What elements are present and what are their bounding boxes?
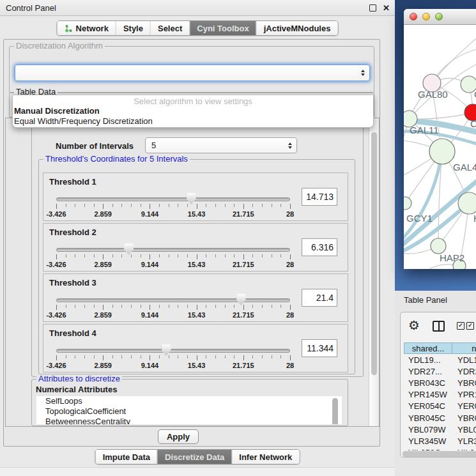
threshold-3-label: Threshold 3 bbox=[49, 278, 96, 288]
dropdown-option-manual[interactable]: Manual Discretization bbox=[14, 106, 100, 116]
cyni-toolbox-panel: Discretization Algorithm Table Data galF… bbox=[3, 39, 380, 447]
attributes-group: Attributes to discretize Numerical Attri… bbox=[31, 379, 348, 426]
tab-infer-network[interactable]: Infer Network bbox=[231, 450, 299, 464]
control-panel: Control Panel ✕ Network Style Select Cyn… bbox=[0, 0, 395, 476]
slider-track[interactable] bbox=[56, 197, 290, 201]
tab-network-label: Network bbox=[76, 24, 109, 33]
attributes-group-title: Attributes to discretize bbox=[36, 374, 122, 383]
tab-cyni-toolbox[interactable]: Cyni Toolbox bbox=[189, 21, 256, 35]
threshold-3-panel: Threshold 3 -3.426 2.859 9.144 15.43 21.… bbox=[43, 273, 348, 322]
threshold-2-value[interactable]: 6.316 bbox=[302, 238, 337, 256]
network-icon bbox=[65, 24, 73, 33]
table-row[interactable]: YBR045CYBR0 bbox=[404, 412, 476, 424]
node-gal4[interactable] bbox=[429, 139, 455, 164]
threshold-3-value[interactable]: 21.4 bbox=[302, 289, 337, 307]
slider-ticks bbox=[56, 305, 290, 308]
node-label-gal4: GAL4 bbox=[453, 162, 476, 173]
list-scrollbar[interactable] bbox=[332, 398, 338, 424]
threshold-1-panel: Threshold 1 -3.426 2.859 9.144 15.43 21.… bbox=[43, 173, 348, 221]
discretization-algorithm-group: Discretization Algorithm bbox=[9, 46, 374, 93]
table-card: ⚙ ✓ ✓ shared... na YDL19...YDL1 YDR27...… bbox=[400, 312, 476, 457]
table-body: YDL19...YDL1 YDR27...YDR2 YBR043CYBR0 YP… bbox=[404, 354, 476, 450]
horizontal-scrollbar[interactable] bbox=[402, 451, 476, 457]
numerical-attributes-list: SelfLoops TopologicalCoefficient Between… bbox=[36, 396, 342, 424]
table-header-row: shared... na bbox=[404, 342, 476, 354]
threshold-1-label: Threshold 1 bbox=[49, 177, 96, 187]
checkbox-icon[interactable]: ✓ bbox=[466, 322, 474, 330]
table-row[interactable]: YLR345WYLR3 bbox=[404, 435, 476, 447]
node-label-partial-h: H bbox=[473, 213, 476, 224]
tab-network[interactable]: Network bbox=[58, 21, 116, 35]
node-label-gal11: GAL11 bbox=[410, 125, 439, 135]
tab-select[interactable]: Select bbox=[150, 21, 189, 35]
slider-thumb[interactable] bbox=[236, 294, 246, 305]
close-traffic-light[interactable] bbox=[410, 13, 417, 20]
node-label-gal80: GAL80 bbox=[418, 89, 448, 100]
gear-icon[interactable]: ⚙ bbox=[408, 318, 420, 333]
slider-thumb[interactable] bbox=[162, 344, 171, 356]
number-of-intervals-label: Number of Intervals bbox=[56, 141, 134, 151]
threshold-2-slider[interactable]: -3.426 2.859 9.144 15.43 21.715 28 bbox=[56, 243, 290, 271]
numerical-attributes-label: Numerical Attributes bbox=[36, 385, 117, 394]
close-icon[interactable]: ✕ bbox=[383, 0, 390, 16]
threshold-2-label: Threshold 2 bbox=[49, 227, 96, 237]
threshold-4-value[interactable]: 11.344 bbox=[302, 339, 337, 357]
table-row[interactable]: YBL079WYBL0 bbox=[404, 424, 476, 435]
vertical-scrollbar[interactable] bbox=[369, 118, 379, 426]
apply-button[interactable]: Apply bbox=[158, 429, 199, 444]
node-label-partial-red: C bbox=[470, 118, 476, 129]
network-canvas[interactable]: GAL80 GA C GAL11 GAL4 GCY1 H HAP2 bbox=[404, 26, 476, 269]
slider-thumb[interactable] bbox=[187, 193, 196, 204]
tab-discretize-data[interactable]: Discretize Data bbox=[157, 450, 231, 464]
right-panel: GAL80 GA C GAL11 GAL4 GCY1 H HAP2 Table … bbox=[395, 0, 476, 476]
slider-track[interactable] bbox=[56, 298, 290, 302]
slider-track[interactable] bbox=[56, 349, 290, 353]
threshold-1-slider[interactable]: -3.426 2.859 9.144 15.43 21.715 28 bbox=[56, 192, 290, 220]
table-row[interactable]: YPR145WYPR1 bbox=[404, 389, 476, 401]
tab-style[interactable]: Style bbox=[116, 21, 150, 35]
network-window-titlebar bbox=[404, 9, 476, 25]
scrollbar-thumb[interactable] bbox=[403, 451, 476, 457]
threshold-4-panel: Threshold 4 -3.426 2.859 9.144 15.43 21.… bbox=[43, 324, 348, 372]
tab-impute-data[interactable]: Impute Data bbox=[96, 450, 157, 464]
threshold-4-label: Threshold 4 bbox=[49, 328, 96, 338]
threshold-1-value[interactable]: 14.713 bbox=[302, 188, 337, 206]
table-row[interactable]: YDL19...YDL1 bbox=[404, 354, 476, 365]
column-header-name[interactable]: na bbox=[452, 342, 476, 354]
node-hap2[interactable] bbox=[431, 238, 446, 254]
algorithm-combobox[interactable] bbox=[15, 65, 370, 81]
table-panel: Table Panel ⚙ ✓ ✓ shared... na YDL19...Y… bbox=[395, 291, 476, 476]
minimize-traffic-light[interactable] bbox=[422, 13, 430, 20]
float-icon[interactable] bbox=[369, 4, 376, 12]
panel-title: Control Panel bbox=[6, 3, 56, 13]
slider-track[interactable] bbox=[56, 248, 290, 252]
scrollbar-thumb[interactable] bbox=[371, 132, 377, 375]
dropdown-option-equal-width[interactable]: Equal Width/Frequency Discretization bbox=[14, 116, 153, 126]
node-partial-lower-right[interactable] bbox=[458, 192, 476, 214]
slider-thumb[interactable] bbox=[124, 243, 134, 255]
list-item[interactable]: TopologicalCoefficient bbox=[36, 406, 342, 417]
slider-ticks bbox=[56, 254, 290, 257]
threshold-3-slider[interactable]: -3.426 2.859 9.144 15.43 21.715 28 bbox=[56, 293, 290, 321]
settings-scrollpane: Interval Definition Number of Intervals … bbox=[5, 118, 380, 427]
bottom-tab-bar: Impute Data Discretize Data Infer Networ… bbox=[95, 449, 300, 464]
column-header-shared[interactable]: shared... bbox=[404, 342, 452, 354]
node-gcy1[interactable] bbox=[404, 197, 411, 210]
zoom-traffic-light[interactable] bbox=[435, 13, 443, 20]
list-item[interactable]: BetweennessCentrality bbox=[36, 417, 342, 424]
combo-stepper-icon bbox=[288, 142, 292, 149]
table-row[interactable]: YBR043CYBR0 bbox=[404, 377, 476, 388]
list-item[interactable]: SelfLoops bbox=[36, 396, 342, 406]
threshold-4-slider[interactable]: -3.426 2.859 9.144 15.43 21.715 28 bbox=[56, 344, 290, 372]
table-row[interactable]: YER054CYER0 bbox=[404, 401, 476, 412]
network-view-window[interactable]: GAL80 GA C GAL11 GAL4 GCY1 H HAP2 bbox=[404, 9, 476, 269]
number-of-intervals-combobox[interactable]: 5 bbox=[145, 137, 297, 153]
split-columns-icon[interactable] bbox=[433, 321, 445, 332]
table-row[interactable]: YIL052CYIL0 bbox=[404, 447, 476, 451]
table-row[interactable]: YDR27...YDR2 bbox=[404, 365, 476, 377]
combo-stepper-icon bbox=[361, 70, 365, 76]
interval-definition-group: Interval Definition Number of Intervals … bbox=[31, 124, 364, 377]
tab-jactivemnodules[interactable]: jActiveMNodules bbox=[256, 21, 338, 35]
checkbox-icon[interactable]: ✓ bbox=[457, 322, 464, 330]
top-tab-bar: Network Style Select Cyni Toolbox jActiv… bbox=[57, 20, 339, 36]
